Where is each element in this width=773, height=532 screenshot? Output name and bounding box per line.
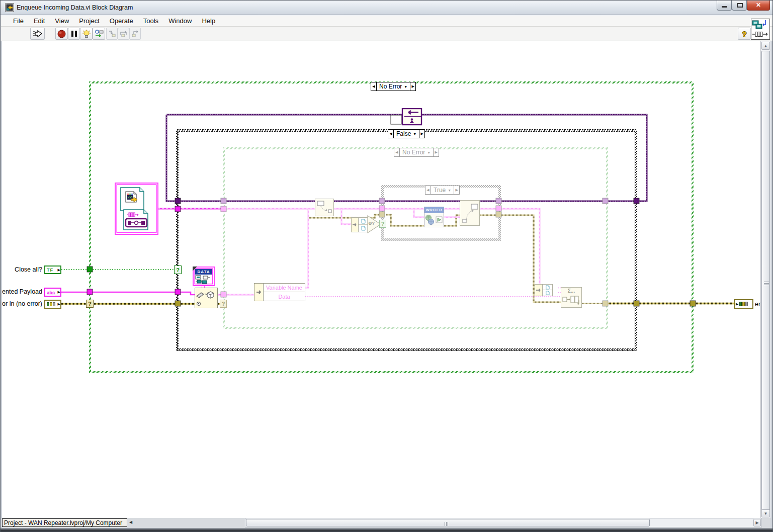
window-border-left	[1, 41, 2, 528]
scroll-down-button[interactable]: ▼	[761, 509, 770, 517]
vertical-scroll-thumb[interactable]	[761, 51, 770, 516]
feedback-node[interactable]	[390, 108, 422, 126]
case-next-arrow[interactable]: ▶	[433, 148, 439, 156]
to-more-specific-class-node[interactable]	[315, 199, 334, 216]
unbundle-node[interactable]	[535, 284, 553, 296]
case-dropdown-icon[interactable]: ▼	[404, 85, 407, 88]
pause-icon	[71, 31, 73, 37]
close-all-label: Close all?	[1, 266, 42, 273]
context-help-button[interactable]: ?	[738, 28, 751, 40]
error-out-indicator[interactable]: ▶	[734, 299, 753, 309]
terminal-arrow-icon: ▶	[736, 302, 738, 306]
menu-item-window[interactable]: Window	[163, 16, 197, 26]
unbundle-field-data[interactable]: Data	[264, 292, 305, 301]
scroll-right-button[interactable]: ▶	[753, 519, 761, 526]
menu-item-view[interactable]: View	[50, 16, 74, 26]
lightbulb-icon	[82, 29, 91, 38]
case-label-outer[interactable]: ◀ No Error▼ ▶	[371, 82, 416, 91]
step-over-button[interactable]	[118, 28, 129, 40]
vi-connector-icon[interactable]	[751, 19, 770, 40]
unbundle-by-name-node[interactable]: Variable Name Data	[254, 283, 305, 301]
case-label-inner[interactable]: ◀ No Error▼ ▶	[394, 148, 439, 157]
case-label-true[interactable]: ◀ True▼ ▶	[425, 186, 460, 195]
scroll-up-button[interactable]: ▲	[761, 42, 770, 50]
abort-button[interactable]	[55, 28, 68, 40]
run-icon	[33, 30, 43, 38]
cluster-constant[interactable]	[115, 183, 158, 235]
unbundle-field-variable-name[interactable]: Variable Name	[264, 284, 305, 292]
case-selector-false: ?	[174, 265, 182, 274]
run-button[interactable]	[30, 28, 45, 40]
case-next-arrow[interactable]: ▶	[419, 130, 424, 138]
close-button[interactable]: ✕	[747, 1, 770, 11]
case-selector-true: ?	[379, 220, 386, 228]
menu-bar: File Edit View Project Operate Tools Win…	[1, 16, 773, 27]
error-in-label: or in (no error)	[1, 300, 42, 307]
scroll-down-icon: ▼	[764, 511, 768, 516]
unbundle-node[interactable]	[351, 217, 368, 232]
close-all-control[interactable]: TF ▶	[44, 265, 61, 274]
data-constant-graphic	[195, 275, 212, 284]
pause-button[interactable]	[68, 28, 80, 40]
project-context-text: Project - WAN Repeater.lvproj/My Compute…	[4, 519, 122, 526]
error-cluster-glyph	[739, 302, 742, 306]
case-selector-inner: ?	[220, 300, 227, 308]
menu-item-tools[interactable]: Tools	[138, 16, 163, 26]
case-next-arrow[interactable]: ▶	[410, 82, 415, 91]
highlight-execution-button[interactable]	[80, 28, 93, 40]
data-class-constant[interactable]: DATA	[193, 267, 215, 286]
upcast-icon	[460, 201, 479, 225]
case-prev-arrow[interactable]: ◀	[371, 82, 377, 91]
window-title: Enqueue Incoming Data.vi Block Diagram	[17, 4, 133, 11]
unbundle-input-arrow	[254, 284, 264, 301]
terminal-arrow-icon: ▶	[58, 268, 60, 272]
menu-item-project[interactable]: Project	[74, 16, 104, 26]
pause-icon	[75, 31, 77, 37]
horizontal-scrollbar[interactable]: ▶	[245, 518, 762, 527]
scroll-grip	[445, 522, 449, 526]
vertical-scrollbar[interactable]: ▲ ▼	[760, 41, 770, 518]
not-a-refnum-glyph: ⊘?	[368, 221, 375, 226]
case-dropdown-icon[interactable]: ▼	[413, 132, 416, 136]
error-in-control[interactable]: ▶	[44, 300, 61, 309]
case-next-arrow[interactable]: ▶	[454, 186, 459, 194]
close-icon: ✕	[756, 2, 761, 9]
payload-string-control[interactable]: abc ▶	[44, 288, 61, 297]
case-dropdown-icon[interactable]: ▼	[448, 189, 451, 192]
case-dropdown-icon[interactable]: ▼	[427, 151, 431, 154]
minimize-button[interactable]	[717, 1, 732, 11]
maximize-button[interactable]	[732, 1, 747, 11]
case-prev-arrow[interactable]: ◀	[388, 130, 394, 138]
unbundle-input-arrow	[352, 218, 359, 232]
title-bar[interactable]: Enqueue Incoming Data.vi Block Diagram ✕	[1, 1, 772, 15]
enqueue-icon	[562, 295, 581, 307]
retain-wire-values-button[interactable]	[93, 28, 105, 40]
window-border-right	[770, 41, 772, 528]
menu-item-file[interactable]: File	[8, 16, 29, 26]
labview-window: Enqueue Incoming Data.vi Block Diagram ✕…	[0, 0, 773, 532]
menu-item-help[interactable]: Help	[197, 16, 220, 26]
writer-vi-node[interactable]: WRITER	[424, 207, 444, 227]
case-prev-arrow[interactable]: ◀	[425, 186, 431, 194]
step-into-button[interactable]	[106, 28, 118, 40]
error-cluster-glyph	[53, 302, 55, 306]
unflatten-from-string-node[interactable]	[195, 288, 218, 308]
case-label-text: False	[396, 130, 411, 137]
status-scroll-area: Project - WAN Repeater.lvproj/My Compute…	[2, 518, 771, 528]
menu-item-edit[interactable]: Edit	[29, 16, 50, 26]
step-out-button[interactable]	[129, 28, 141, 40]
case-prev-arrow[interactable]: ◀	[394, 148, 400, 156]
terminal-arrow-icon: ▶	[58, 290, 60, 294]
case-label-false[interactable]: ◀ False▼ ▶	[388, 129, 425, 138]
enqueue-element-node[interactable]: Σ...	[561, 287, 582, 308]
context-back-icon[interactable]: ◀	[129, 520, 132, 524]
error-cluster-glyph	[742, 302, 745, 306]
horizontal-scroll-thumb[interactable]	[246, 519, 650, 526]
writer-icon	[424, 213, 444, 227]
menu-item-operate[interactable]: Operate	[105, 16, 138, 26]
feedback-node-graphic	[390, 108, 422, 126]
to-more-generic-class-node[interactable]	[460, 200, 480, 226]
element-page-icon	[543, 285, 552, 290]
toolbar: ?	[1, 27, 773, 41]
project-context-box[interactable]: Project - WAN Repeater.lvproj/My Compute…	[2, 518, 127, 527]
